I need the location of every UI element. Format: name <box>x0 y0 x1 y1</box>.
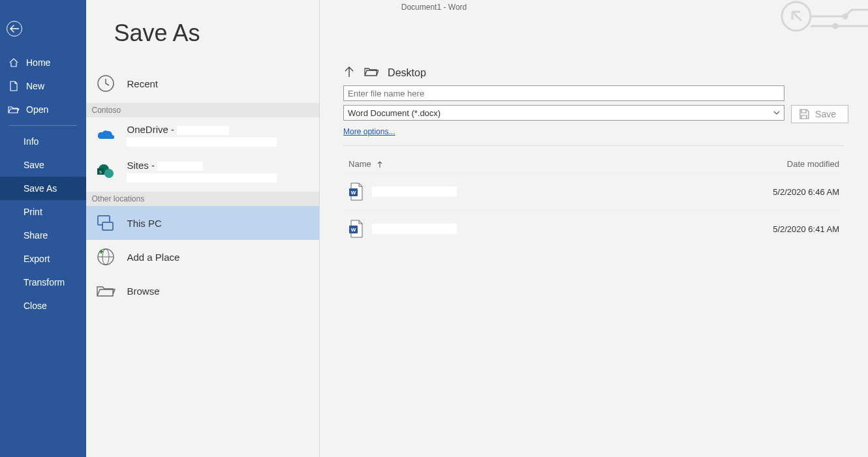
location-label: OneDrive - <box>127 124 174 135</box>
save-button[interactable]: Save <box>791 105 848 123</box>
sharepoint-icon: S <box>95 161 116 182</box>
sidebar-item-home[interactable]: Home <box>0 51 86 74</box>
open-folder-icon <box>8 105 20 114</box>
divider <box>343 145 845 146</box>
redacted-text <box>177 126 229 135</box>
file-modified: 5/2/2020 6:41 AM <box>735 224 839 234</box>
location-this-pc[interactable]: This PC <box>86 206 319 240</box>
sidebar-label: Home <box>26 57 50 68</box>
sidebar-item-share[interactable]: Share <box>0 224 86 247</box>
save-disk-icon <box>798 108 810 120</box>
filename-input[interactable] <box>343 85 784 101</box>
file-list-header[interactable]: Name Date modified <box>343 155 845 173</box>
page-title: Save As <box>114 20 319 47</box>
svg-rect-9 <box>102 222 113 230</box>
file-modified: 5/2/2020 6:46 AM <box>735 187 839 197</box>
word-file-icon: W <box>349 220 363 238</box>
folder-up-button[interactable] <box>343 65 355 80</box>
folder-icon <box>364 66 379 79</box>
chevron-down-icon <box>773 111 780 115</box>
sidebar-item-export[interactable]: Export <box>0 247 86 271</box>
location-label: Add a Place <box>127 252 311 263</box>
filetype-select[interactable]: Word Document (*.docx) <box>343 105 784 121</box>
location-label: Browse <box>127 286 311 297</box>
browse-folder-icon <box>95 280 116 301</box>
location-recent[interactable]: Recent <box>86 66 319 100</box>
sidebar-item-save[interactable]: Save <box>0 153 86 177</box>
this-pc-icon <box>95 213 116 233</box>
location-add-place[interactable]: Add a Place <box>86 240 319 274</box>
locations-group-header: Contoso <box>86 103 319 117</box>
location-sites[interactable]: S Sites - <box>86 153 319 189</box>
svg-text:W: W <box>351 227 356 233</box>
browse-panel: Desktop Word Document (*.docx) Save More… <box>320 0 868 457</box>
location-label: Recent <box>127 78 311 89</box>
svg-text:W: W <box>351 190 356 196</box>
sidebar-divider <box>9 125 77 126</box>
home-icon <box>8 57 20 68</box>
location-label: This PC <box>127 218 311 229</box>
column-modified-label: Date modified <box>735 159 839 169</box>
redacted-secondary <box>127 138 277 147</box>
locations-other-header: Other locations <box>86 192 319 206</box>
location-onedrive[interactable]: OneDrive - <box>86 117 319 153</box>
new-icon <box>8 81 20 91</box>
column-name-label: Name <box>349 159 371 169</box>
file-row[interactable]: W 5/2/2020 6:46 AM <box>343 173 845 210</box>
sidebar-item-info[interactable]: Info <box>0 130 86 153</box>
locations-panel: Save As Recent Contoso OneDrive - S Site… <box>86 0 320 457</box>
back-button[interactable] <box>7 21 22 37</box>
redacted-text <box>157 162 203 171</box>
add-place-icon <box>95 246 116 267</box>
sidebar-item-print[interactable]: Print <box>0 200 86 224</box>
onedrive-icon <box>95 125 116 146</box>
recent-clock-icon <box>95 73 116 94</box>
save-label: Save <box>815 109 836 119</box>
sidebar-item-new[interactable]: New <box>0 74 86 98</box>
redacted-filename <box>372 224 457 234</box>
svg-text:S: S <box>100 170 102 175</box>
sort-ascending-icon <box>377 160 383 168</box>
sidebar-label: Open <box>26 104 48 115</box>
sidebar-label: New <box>26 81 44 91</box>
redacted-secondary <box>127 173 277 183</box>
current-folder-label[interactable]: Desktop <box>388 67 426 79</box>
word-file-icon: W <box>349 183 363 201</box>
redacted-filename <box>372 186 457 197</box>
location-browse[interactable]: Browse <box>86 274 319 308</box>
backstage-sidebar: Home New Open Info Save Save As Print Sh… <box>0 0 86 457</box>
back-arrow-icon <box>10 24 19 33</box>
more-options-link[interactable]: More options... <box>343 127 395 136</box>
sidebar-item-close[interactable]: Close <box>0 294 86 317</box>
sidebar-item-saveas[interactable]: Save As <box>0 177 86 200</box>
sidebar-item-open[interactable]: Open <box>0 98 86 121</box>
sidebar-item-transform[interactable]: Transform <box>0 271 86 294</box>
location-label: Sites - <box>127 160 155 171</box>
svg-point-5 <box>104 169 114 178</box>
file-list: Name Date modified W 5/2/2020 6:46 AM W … <box>343 155 845 247</box>
file-row[interactable]: W 5/2/2020 6:41 AM <box>343 210 845 247</box>
filetype-value: Word Document (*.docx) <box>348 108 441 118</box>
